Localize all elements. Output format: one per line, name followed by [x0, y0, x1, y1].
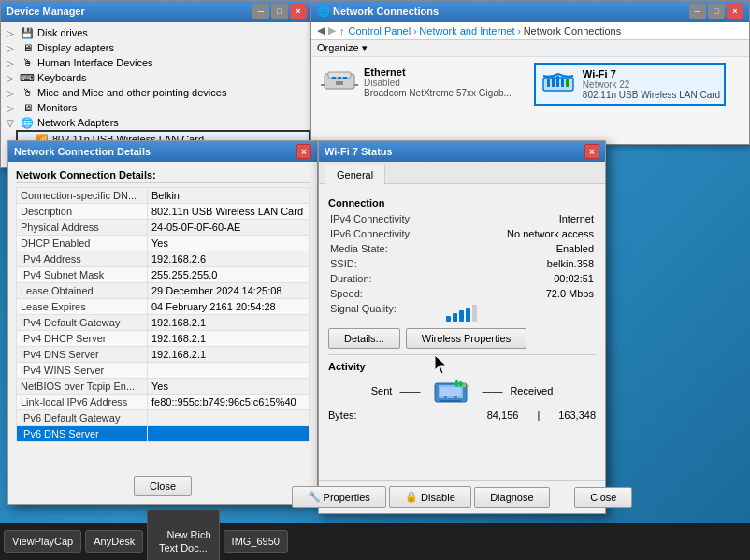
disable-button[interactable]: 🔒 Disable [389, 486, 471, 508]
device-manager-titlebar: Device Manager ─ □ × [1, 1, 312, 22]
minimize-button[interactable]: ─ [252, 4, 269, 19]
wifi-network: Network 22 [583, 79, 720, 90]
tree-item-display[interactable]: ▷ 🖥 Display adapters [3, 40, 310, 55]
device-manager-controls: ─ □ × [252, 4, 307, 19]
nc-minimize[interactable]: ─ [689, 4, 706, 19]
maximize-button[interactable]: □ [271, 4, 288, 19]
tree-item-mice[interactable]: ▷ 🖱 Mice and Mice and other pointing dev… [3, 85, 310, 100]
svg-rect-26 [455, 380, 458, 387]
signal-bar-4 [466, 308, 470, 322]
wifi-dialog-title: Wi-Fi 7 Status [325, 146, 393, 157]
tree-item-keyboards[interactable]: ▷ ⌨ Keyboards [3, 70, 310, 85]
wifi-adapter-info: Wi-Fi 7 Network 22 802.11n USB Wireless … [583, 68, 720, 100]
nav-up[interactable]: ↑ [339, 25, 345, 36]
details-row-13[interactable]: Link-local IPv6 Addressfe80::955c:b749:9… [17, 395, 310, 410]
properties-button[interactable]: 🔧 Properties [292, 486, 386, 508]
signal-bar-1 [446, 316, 451, 322]
tree-item-hid[interactable]: ▷ 🖱 Human Interface Devices [3, 55, 310, 70]
ipv4-conn-value: Internet [444, 212, 596, 225]
activity-section: Sent —— [328, 376, 596, 421]
ncd-footer: Close [8, 467, 317, 504]
taskbar-item-img6950[interactable]: IMG_6950 [224, 530, 288, 553]
tree-item-monitors[interactable]: ▷ 🖥 Monitors [3, 100, 310, 115]
details-row-3[interactable]: DHCP EnabledYes [17, 236, 310, 251]
svg-rect-18 [561, 78, 564, 87]
details-row-10[interactable]: IPv4 DNS Server192.168.2.1 [17, 347, 310, 363]
details-button[interactable]: Details... [328, 328, 400, 349]
details-row-14[interactable]: IPv6 Default Gateway [17, 410, 310, 426]
details-row-5[interactable]: IPv4 Subnet Mask255.255.255.0 [17, 267, 310, 283]
signal-quality-label: Signal Quality: [328, 302, 440, 323]
nc-breadcrumb: Control Panel › Network and Internet › N… [349, 25, 622, 36]
activity-section-header: Activity [328, 361, 596, 372]
details-row-8[interactable]: IPv4 Default Gateway192.168.2.1 [17, 315, 310, 331]
svg-rect-11 [343, 77, 347, 79]
ncd-close-btn[interactable]: Close [134, 476, 192, 496]
details-row-1[interactable]: Description802.11n USB Wireless LAN Card [17, 204, 310, 220]
signal-bar-3 [459, 310, 464, 322]
wifi-close-button[interactable]: × [584, 144, 599, 159]
wifi-footer: 🔧 Properties 🔒 Disable Diagnose Close [319, 480, 605, 513]
ethernet-adapter[interactable]: Ethernet Disabled Broadcom NetXtreme 57x… [317, 63, 515, 106]
sent-bytes: 84,156 [487, 409, 519, 421]
ncd-dialog: Network Connection Details × Network Con… [7, 140, 318, 505]
details-row-4[interactable]: IPv4 Address192.168.2.6 [17, 251, 310, 267]
wifi-adapter-desc: 802.11n USB Wireless LAN Card [583, 90, 720, 100]
wifi-titlebar: Wi-Fi 7 Status × [319, 141, 605, 162]
nc-toolbar: Organize ▾ [311, 40, 749, 57]
wifi-tab-bar: General [319, 162, 605, 184]
duration-label: Duration: [328, 272, 440, 285]
nc-close[interactable]: × [727, 4, 743, 19]
taskbar-item-richtextdoc[interactable]: New Rich Text Doc... [147, 510, 219, 560]
wifi-status-dialog: Wi-Fi 7 Status × General Connection IPv4… [318, 140, 606, 514]
nc-maximize[interactable]: □ [708, 4, 725, 19]
diagnose-button[interactable]: Diagnose [474, 487, 549, 508]
signal-quality-value [444, 302, 596, 323]
details-row-12[interactable]: NetBIOS over Tcpip En...Yes [17, 379, 310, 395]
ethernet-status: Disabled [364, 78, 512, 88]
ncd-title: Network Connection Details [14, 146, 151, 157]
ncd-controls: × [296, 144, 311, 159]
tab-general[interactable]: General [325, 165, 385, 184]
details-row-7[interactable]: Lease Expires04 February 2161 20:54:28 [17, 299, 310, 315]
details-row-9[interactable]: IPv4 DHCP Server192.168.2.1 [17, 331, 310, 347]
ncd-close-button[interactable]: × [296, 144, 311, 159]
svg-marker-30 [435, 355, 446, 374]
nav-forward[interactable]: ▶ [328, 24, 336, 36]
wifi-adapter[interactable]: Wi-Fi 7 Network 22 802.11n USB Wireless … [534, 63, 726, 106]
tree-item-disk-drives[interactable]: ▷ 💾 Disk drives [3, 25, 310, 40]
device-manager-title: Device Manager [7, 6, 85, 17]
taskbar-item-anydesk[interactable]: AnyDesk [85, 530, 143, 553]
details-row-15[interactable]: IPv6 DNS Server [17, 426, 310, 442]
nav-back[interactable]: ◀ [317, 24, 325, 36]
details-row-2[interactable]: Physical Address24-05-0F-0F-60-AE [17, 220, 310, 236]
ncd-section-label: Network Connection Details: [16, 169, 310, 183]
details-row-6[interactable]: Lease Obtained29 December 2024 14:25:08 [17, 283, 310, 299]
desktop: Recycle Bin Device Manager ─ □ × ▷ 💾 Dis… [0, 0, 750, 524]
details-row-0[interactable]: Connection-specific DN...Belkin [17, 188, 310, 204]
received-bytes: 163,348 [558, 409, 596, 421]
ethernet-desc: Broadcom NetXtreme 57xx Gigab... [364, 88, 512, 98]
cursor [435, 355, 446, 374]
nc-title: 🌐 Network Connections [317, 6, 439, 18]
details-row-11[interactable]: IPv4 WINS Server [17, 363, 310, 379]
speed-value: 72.0 Mbps [444, 287, 596, 300]
svg-rect-28 [463, 383, 466, 387]
signal-bar-5 [472, 305, 477, 322]
wifi-close-btn[interactable]: Close [574, 487, 632, 508]
taskbar-item-viewplaycap[interactable]: ViewPlayCap [4, 530, 81, 553]
tree-item-network-adapters[interactable]: ▽ 🌐 Network Adapters [3, 115, 310, 130]
svg-rect-15 [547, 79, 550, 87]
connection-section-header: Connection [328, 197, 596, 208]
organize-button[interactable]: Organize ▾ [317, 42, 368, 54]
svg-rect-29 [467, 385, 469, 387]
svg-rect-8 [336, 81, 343, 85]
svg-rect-16 [552, 78, 555, 87]
ethernet-info: Ethernet Disabled Broadcom NetXtreme 57x… [364, 66, 512, 98]
close-button[interactable]: × [290, 4, 307, 19]
details-table: Connection-specific DN...BelkinDescripti… [16, 187, 310, 442]
wireless-properties-button[interactable]: Wireless Properties [406, 328, 526, 349]
svg-rect-22 [440, 387, 461, 396]
signal-bars [446, 303, 594, 322]
signal-bar-2 [453, 313, 457, 322]
